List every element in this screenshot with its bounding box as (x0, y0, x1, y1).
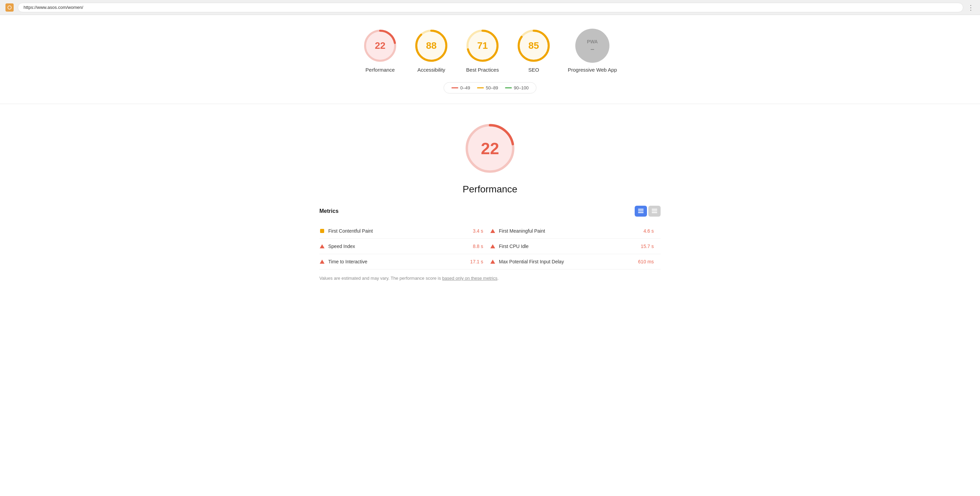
best-practices-score-value: 71 (477, 40, 488, 51)
mpfid-value: 610 ms (638, 259, 654, 264)
seo-score-value: 85 (528, 40, 539, 51)
detail-section: 22 Performance Metrics (0, 104, 980, 294)
accessibility-label: Accessibility (417, 67, 445, 73)
tti-icon (320, 259, 325, 264)
fci-name: First CPU Idle (499, 243, 637, 249)
mpfid-icon (490, 259, 495, 264)
url-text: https://www.asos.com/women/ (24, 5, 83, 10)
fcp-value: 3.4 s (473, 228, 483, 234)
fmp-name: First Meaningful Paint (499, 228, 640, 234)
svg-rect-15 (652, 212, 657, 213)
metric-row-mpfid: Max Potential First Input Delay 610 ms (490, 254, 660, 270)
legend-mid: 50–89 (477, 85, 498, 91)
metrics-title: Metrics (320, 208, 339, 214)
best-practices-label: Best Practices (466, 67, 499, 73)
detail-section-title: Performance (463, 184, 517, 195)
pwa-text: PWA (587, 39, 598, 45)
browser-menu-icon[interactable]: ⋮ (967, 3, 975, 11)
view-toggle (635, 206, 660, 216)
fcp-icon (320, 228, 325, 234)
pwa-dash: – (590, 45, 594, 53)
mpfid-name: Max Potential First Input Delay (499, 259, 635, 264)
legend-high: 90–100 (505, 85, 528, 91)
fmp-value: 4.6 s (644, 228, 654, 234)
metric-row-fci: First CPU Idle 15.7 s (490, 239, 660, 254)
pwa-circle: PWA – (575, 29, 609, 63)
big-performance-circle: 22 (463, 121, 517, 176)
legend-high-dash (505, 87, 512, 88)
tti-name: Time to Interactive (328, 259, 467, 264)
url-bar[interactable]: https://www.asos.com/women/ (18, 3, 963, 12)
svg-rect-13 (652, 209, 657, 210)
metric-row-fmp: First Meaningful Paint 4.6 s (490, 223, 660, 239)
svg-rect-10 (638, 209, 644, 210)
metrics-note-link[interactable]: based only on these metrics (442, 276, 498, 281)
main-content: 22 Performance 88 Accessibility (0, 15, 980, 496)
metrics-note: Values are estimated and may vary. The p… (320, 276, 660, 281)
metric-row-si: Speed Index 8.8 s (320, 239, 490, 254)
metrics-container: Metrics (320, 206, 660, 281)
performance-label: Performance (366, 67, 395, 73)
score-legend: 0–49 50–89 90–100 (444, 82, 536, 94)
performance-score-value: 22 (375, 40, 385, 51)
metrics-note-text: Values are estimated and may vary. The p… (320, 276, 442, 281)
accessibility-score-value: 88 (426, 40, 436, 51)
browser-icon (5, 3, 14, 11)
legend-high-label: 90–100 (514, 85, 528, 91)
metrics-grid: First Contentful Paint 3.4 s First Meani… (320, 223, 660, 270)
seo-circle: 85 (517, 29, 551, 63)
fci-icon (490, 243, 495, 249)
fci-value: 15.7 s (641, 243, 654, 249)
legend-low-label: 0–49 (460, 85, 470, 91)
score-pwa[interactable]: PWA – Progressive Web App (568, 29, 617, 73)
fcp-name: First Contentful Paint (328, 228, 469, 234)
legend-mid-dash (477, 87, 484, 88)
svg-rect-12 (638, 212, 644, 213)
svg-rect-11 (638, 210, 644, 211)
tti-value: 17.1 s (470, 259, 483, 264)
score-best-practices[interactable]: 71 Best Practices (465, 29, 500, 73)
metric-row-fcp: First Contentful Paint 3.4 s (320, 223, 490, 239)
score-accessibility[interactable]: 88 Accessibility (414, 29, 449, 73)
fmp-icon (490, 228, 495, 234)
si-value: 8.8 s (473, 243, 483, 249)
browser-bar: https://www.asos.com/women/ ⋮ (0, 0, 980, 15)
bar-view-button[interactable] (635, 206, 647, 216)
seo-label: SEO (528, 67, 539, 73)
performance-circle: 22 (363, 29, 397, 63)
si-icon (320, 243, 325, 249)
list-view-button[interactable] (648, 206, 660, 216)
si-name: Speed Index (328, 243, 469, 249)
pwa-label: Progressive Web App (568, 67, 617, 73)
score-performance[interactable]: 22 Performance (363, 29, 397, 73)
legend-low: 0–49 (452, 85, 470, 91)
legend-low-dash (452, 87, 458, 88)
metrics-header: Metrics (320, 206, 660, 216)
svg-rect-14 (652, 210, 657, 211)
scores-row: 22 Performance 88 Accessibility (363, 29, 617, 73)
accessibility-circle: 88 (414, 29, 449, 63)
big-performance-value: 22 (481, 139, 499, 158)
metrics-note-end: . (498, 276, 499, 281)
best-practices-circle: 71 (465, 29, 500, 63)
scores-section: 22 Performance 88 Accessibility (0, 15, 980, 104)
legend-mid-label: 50–89 (486, 85, 498, 91)
score-seo[interactable]: 85 SEO (517, 29, 551, 73)
metric-row-tti: Time to Interactive 17.1 s (320, 254, 490, 270)
